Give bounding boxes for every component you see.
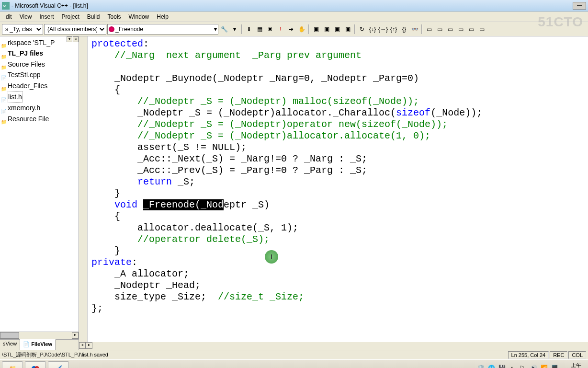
window-2-icon[interactable]: ▭ <box>435 24 444 34</box>
status-col: COL <box>568 351 586 359</box>
tree-label: Resource File <box>8 114 49 124</box>
folder-icon <box>1 61 7 67</box>
tree-label: Header_Files <box>8 80 47 91</box>
tree-item[interactable]: xmemory.h <box>1 103 78 113</box>
file-icon <box>1 72 7 78</box>
folder-icon <box>1 83 7 89</box>
menu-tools[interactable]: Tools <box>104 12 125 21</box>
wizard-icon[interactable]: 🔧 <box>219 24 229 34</box>
tab-classview[interactable]: sView <box>0 340 20 350</box>
tree-item[interactable]: Header_Files <box>1 80 78 91</box>
hscroll-thumb[interactable] <box>0 332 19 339</box>
tray-icon-7[interactable]: 📶 <box>541 365 548 368</box>
panel-close-button[interactable]: × <box>73 36 79 42</box>
titlebar: ∞ - Microsoft Visual C++ - [list.h] — <box>0 0 588 12</box>
folder-icon <box>1 40 7 46</box>
run-to-icon[interactable]: {} <box>399 24 409 34</box>
tree-item[interactable]: TL_PJ files <box>1 48 78 58</box>
step-into-icon[interactable]: {↓} <box>368 24 377 34</box>
stop-build-icon[interactable]: ✖ <box>265 24 275 34</box>
execute-icon[interactable]: ! <box>276 24 285 34</box>
status-position: Ln 255, Col 24 <box>508 351 549 359</box>
tree-label: rkspace 'STL_P <box>8 37 55 48</box>
system-tray: 🛡️ 🌐 💾 ▲ ⚐ 🔊 📶 🖥️ 上午2019/1/ <box>475 362 586 368</box>
tray-icon-2[interactable]: 🌐 <box>488 365 496 368</box>
go-icon[interactable]: ➜ <box>286 24 296 34</box>
task-vcpp[interactable] <box>25 361 46 368</box>
file-icon <box>1 94 7 100</box>
tree-item[interactable]: Source Files <box>1 59 78 69</box>
tray-icon-5[interactable]: ⚐ <box>520 365 527 368</box>
dropdown-icon[interactable]: ▾ <box>230 24 239 34</box>
tree-item[interactable]: list.h <box>1 91 78 103</box>
task-explorer[interactable]: 📁 <box>2 361 23 368</box>
tb-3-icon[interactable]: ▣ <box>332 24 342 34</box>
tray-icon-8[interactable]: 🖥️ <box>551 365 559 368</box>
tb-1-icon[interactable]: ▣ <box>311 24 321 34</box>
sidebar-hscrollbar[interactable]: ▸ <box>0 332 79 339</box>
menu-window[interactable]: Window <box>125 12 153 21</box>
menu-insert[interactable]: Insert <box>35 12 57 21</box>
step-out-icon[interactable]: {↑} <box>389 24 398 34</box>
code-editor[interactable]: protected: //_Narg next argument _Parg p… <box>79 36 588 350</box>
restart-icon[interactable]: ↻ <box>357 24 367 34</box>
tree-label: TL_PJ files <box>8 48 43 58</box>
compile-icon[interactable]: ⬇ <box>244 24 254 34</box>
members-combo[interactable]: (All class members) <box>44 24 106 34</box>
tree-item[interactable]: rkspace 'STL_P <box>1 37 78 48</box>
main-area: ▾ × rkspace 'STL_PTL_PJ filesSource File… <box>0 36 588 350</box>
task-paint[interactable]: 🖌️ <box>48 361 69 368</box>
taskbar: 📁 🖌️ 🛡️ 🌐 💾 ▲ ⚐ 🔊 📶 🖥️ 上午2019/1/ <box>0 359 588 368</box>
window-6-icon[interactable]: ▭ <box>477 24 486 34</box>
function-combo[interactable]: _Freenode ▾ <box>107 24 218 34</box>
app-icon: ∞ <box>2 2 10 10</box>
breakpoint-icon[interactable]: ✋ <box>297 24 306 34</box>
tb-4-icon[interactable]: ▣ <box>343 24 352 34</box>
file-tree[interactable]: rkspace 'STL_PTL_PJ filesSource FilesTes… <box>0 36 79 332</box>
function-icon <box>109 26 114 32</box>
menu-project[interactable]: Project <box>58 12 83 21</box>
clock[interactable]: 上午2019/1/ <box>562 362 583 368</box>
editor-gutter <box>79 36 88 342</box>
editor-hscroll-right[interactable]: ▸ <box>86 342 92 349</box>
tree-label: xmemory.h <box>8 103 40 113</box>
tree-item[interactable]: Resource File <box>1 114 78 124</box>
build-icon[interactable]: ▦ <box>255 24 264 34</box>
workspace-panel: ▾ × rkspace 'STL_PTL_PJ filesSource File… <box>0 36 79 350</box>
menu-view[interactable]: View <box>16 12 36 21</box>
tray-icon-6[interactable]: 🔊 <box>530 365 538 368</box>
toolbar: s _Ty, clas (All class members) _Freenod… <box>0 22 588 36</box>
tree-label: TestStl.cpp <box>8 69 40 80</box>
code-content[interactable]: protected: //_Narg next argument _Parg p… <box>88 36 588 342</box>
status-rec: REC <box>550 351 567 359</box>
function-name: _Freenode <box>115 26 143 33</box>
tree-label: Source Files <box>8 59 45 69</box>
tray-icon-4[interactable]: ▲ <box>509 365 517 368</box>
minimize-button[interactable]: — <box>573 2 586 10</box>
editor-hscrollbar[interactable]: ◂ ▸ <box>79 342 588 350</box>
window-1-icon[interactable]: ▭ <box>424 24 434 34</box>
window-3-icon[interactable]: ▭ <box>445 24 455 34</box>
menu-edit[interactable]: dit <box>2 12 16 21</box>
quickwatch-icon[interactable]: 👓 <box>410 24 419 34</box>
editor-hscroll-left[interactable]: ◂ <box>79 342 86 349</box>
panel-menu-button[interactable]: ▾ <box>67 36 72 42</box>
menu-build[interactable]: Build <box>83 12 104 21</box>
tree-item[interactable]: TestStl.cpp <box>1 69 78 80</box>
window-5-icon[interactable]: ▭ <box>466 24 476 34</box>
window-4-icon[interactable]: ▭ <box>456 24 465 34</box>
tree-label: list.h <box>8 91 23 103</box>
hscroll-right-arrow[interactable]: ▸ <box>72 332 79 339</box>
menu-help[interactable]: Help <box>153 12 172 21</box>
watermark: 51CTO <box>538 14 583 30</box>
tray-icon-1[interactable]: 🛡️ <box>477 365 485 368</box>
step-over-icon[interactable]: {→} <box>378 24 388 34</box>
class-combo[interactable]: s _Ty, clas <box>2 24 43 34</box>
tb-2-icon[interactable]: ▣ <box>322 24 331 34</box>
tab-fileview[interactable]: 📄 FileView <box>20 339 56 350</box>
tray-icon-3[interactable]: 💾 <box>498 365 506 368</box>
titlebar-text: - Microsoft Visual C++ - [list.h] <box>11 2 88 9</box>
statusbar: \STL_源码剖析_PJ\Code\STL_PJ\list.h saved Ln… <box>0 350 588 359</box>
status-message: \STL_源码剖析_PJ\Code\STL_PJ\list.h saved <box>2 351 507 358</box>
workspace-tabs: sView 📄 FileView <box>0 339 79 350</box>
